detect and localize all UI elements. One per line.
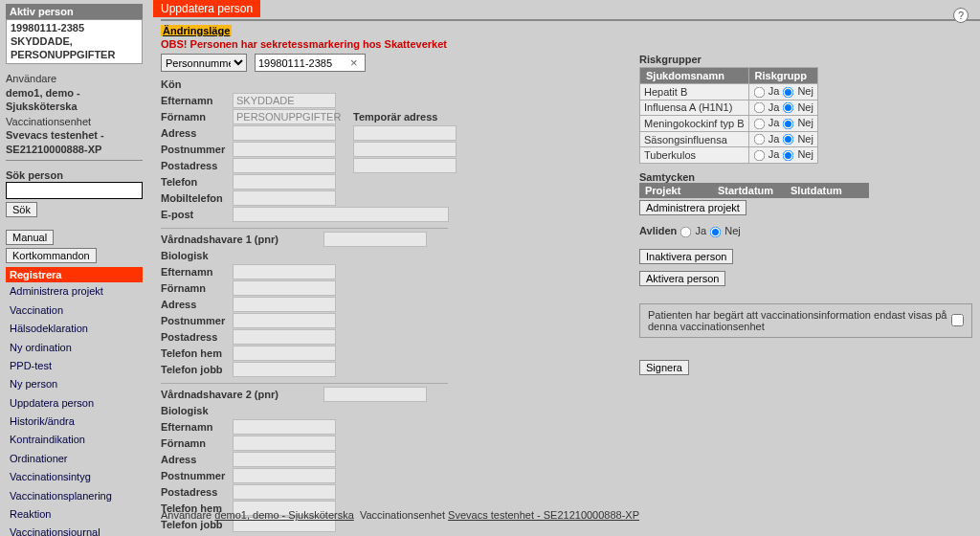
footer-line: Användare demo1, demo - Sjuksköterska Va… — [161, 509, 639, 521]
risk-ja-radio[interactable] — [753, 86, 765, 98]
vh1-postnummer-label: Postnummer — [161, 314, 233, 327]
nav-halsodeklaration[interactable]: Hälsodeklaration — [6, 320, 143, 338]
risk-ja-radio[interactable] — [753, 118, 765, 129]
vh1-label: Vårdnadshavare 1 (pnr) — [161, 233, 323, 246]
andringslage-badge: Ändringsläge — [161, 25, 232, 36]
user-value: demo1, demo - Sjuksköterska — [6, 86, 143, 114]
nav-reaktion[interactable]: Reaktion — [6, 505, 143, 524]
vh1-postadress-label: Postadress — [161, 330, 233, 344]
temp-postnummer-field[interactable] — [353, 142, 457, 157]
fornamn-field: PERSONUPPGIFTER — [233, 109, 336, 124]
kon-label: Kön — [161, 78, 233, 91]
avliden-nej-radio[interactable] — [710, 226, 722, 237]
vh2-postadress-label: Postadress — [161, 485, 233, 499]
risk-nej-radio[interactable] — [783, 134, 794, 145]
vh1-efternamn-label: Efternamn — [161, 265, 233, 279]
nav-header-registrera: Registrera — [6, 267, 143, 282]
temp-adress-label: Temporär adress — [353, 111, 437, 123]
footer-unit-value: Svevacs testenhet - SE21210000888-XP — [448, 509, 639, 521]
adress-field[interactable] — [233, 125, 336, 141]
risk-th-sjukdom: Sjukdomsnamn — [640, 68, 749, 84]
vh2-postnummer-field[interactable] — [233, 468, 336, 483]
risk-nej-radio[interactable] — [783, 118, 794, 129]
riskgrupper-title: Riskgrupper — [639, 54, 972, 65]
fornamn-label: Förnamn — [161, 110, 233, 123]
nav-ordinationer[interactable]: Ordinationer — [6, 450, 143, 468]
nav-administrera-projekt[interactable]: Administrera projekt — [6, 282, 143, 301]
avliden-ja-radio[interactable] — [680, 226, 692, 237]
vh1-biologisk-label: Biologisk — [161, 249, 233, 262]
vh1-adress-field[interactable] — [233, 297, 336, 312]
administrera-projekt-button[interactable]: Administrera projekt — [639, 200, 746, 215]
vh1-telhem-field[interactable] — [233, 346, 336, 361]
nav-vaccinationsintyg[interactable]: Vaccinationsintyg — [6, 468, 143, 486]
risk-table: SjukdomsnamnRiskgrupp Hepatit B Ja Nej I… — [639, 67, 818, 164]
nav-historik-andra[interactable]: Historik/ändra — [6, 413, 143, 431]
kortkommandon-button[interactable]: Kortkommandon — [6, 248, 97, 263]
postnummer-field[interactable] — [233, 142, 336, 157]
vh1-fornamn-field[interactable] — [233, 280, 336, 296]
vh2-adress-field[interactable] — [233, 452, 336, 467]
personnummer-input[interactable] — [255, 54, 366, 72]
vh1-telhem-label: Telefon hem — [161, 346, 233, 360]
nav-kontraindikation[interactable]: Kontraindikation — [6, 431, 143, 449]
temp-adress-field[interactable] — [353, 125, 457, 141]
temp-postadress-field[interactable] — [353, 158, 457, 173]
risk-th-grupp: Riskgrupp — [748, 68, 817, 84]
mobil-label: Mobiltelefon — [161, 191, 233, 205]
aktivera-person-button[interactable]: Aktivera person — [639, 271, 725, 286]
risk-ja-radio[interactable] — [753, 150, 765, 162]
risk-nej-radio[interactable] — [783, 102, 794, 114]
vh2-biologisk-label: Biologisk — [161, 404, 233, 417]
search-button[interactable]: Sök — [6, 202, 37, 217]
vh1-teljobb-label: Telefon jobb — [161, 363, 233, 376]
adress-label: Adress — [161, 126, 233, 140]
vaccinfo-restrict-text: Patienten har begärt att vaccinationsinf… — [648, 309, 948, 332]
mobil-field[interactable] — [233, 190, 336, 206]
page-title: Uppdatera person — [153, 0, 260, 17]
vaccinfo-restrict-checkbox[interactable] — [951, 314, 964, 326]
vh2-postadress-field[interactable] — [233, 484, 336, 500]
risk-row: Säsongsinfluensa Ja Nej — [640, 131, 818, 147]
search-input[interactable] — [6, 182, 143, 199]
vh1-teljobb-field[interactable] — [233, 362, 336, 377]
nav-uppdatera-person[interactable]: Uppdatera person — [6, 394, 143, 413]
nav-vaccination[interactable]: Vaccination — [6, 302, 143, 320]
epost-field[interactable] — [233, 207, 449, 222]
vh2-adress-label: Adress — [161, 453, 233, 466]
search-label: Sök person — [6, 168, 143, 182]
risk-ja-radio[interactable] — [753, 102, 765, 114]
risk-nej-radio[interactable] — [783, 150, 794, 162]
vh1-efternamn-field[interactable] — [233, 264, 336, 279]
nav-vaccinationsplanering[interactable]: Vaccinationsplanering — [6, 487, 143, 505]
postadress-field[interactable] — [233, 158, 336, 173]
id-type-select[interactable]: Personnummer — [161, 54, 247, 72]
vh1-pnr-field[interactable] — [323, 232, 427, 247]
telefon-label: Telefon — [161, 175, 233, 189]
telefon-field[interactable] — [233, 174, 336, 190]
risk-row: Tuberkulos Ja Nej — [640, 147, 818, 164]
signera-button[interactable]: Signera — [639, 360, 689, 375]
vaccinfo-restrict-box: Patienten har begärt att vaccinationsinf… — [639, 303, 972, 338]
manual-button[interactable]: Manual — [6, 230, 54, 245]
vh2-pnr-field[interactable] — [323, 387, 427, 402]
risk-nej-radio[interactable] — [783, 86, 794, 98]
nav-vaccinationsjournal[interactable]: Vaccinationsjournal — [6, 524, 143, 536]
vh1-postnummer-field[interactable] — [233, 313, 336, 328]
unit-label: Vaccinationsenhet — [6, 115, 143, 128]
inaktivera-person-button[interactable]: Inaktivera person — [639, 249, 733, 264]
risk-row: Hepatit B Ja Nej — [640, 84, 818, 100]
clear-icon[interactable]: × — [350, 56, 358, 70]
vh1-fornamn-label: Förnamn — [161, 281, 233, 295]
vh2-efternamn-field[interactable] — [233, 419, 336, 435]
nav-ny-person[interactable]: Ny person — [6, 375, 143, 393]
risk-row: Influensa A (H1N1) Ja Nej — [640, 100, 818, 116]
nav-ny-ordination[interactable]: Ny ordination — [6, 339, 143, 357]
active-person-box: 19980111-2385 SKYDDADE, PERSONUPPGIFTER — [6, 19, 143, 64]
risk-ja-radio[interactable] — [753, 134, 765, 145]
vh1-postadress-field[interactable] — [233, 329, 336, 345]
user-label: Användare — [6, 72, 143, 85]
vh2-fornamn-field[interactable] — [233, 436, 336, 451]
postadress-label: Postadress — [161, 159, 233, 172]
nav-ppd-test[interactable]: PPD-test — [6, 357, 143, 375]
